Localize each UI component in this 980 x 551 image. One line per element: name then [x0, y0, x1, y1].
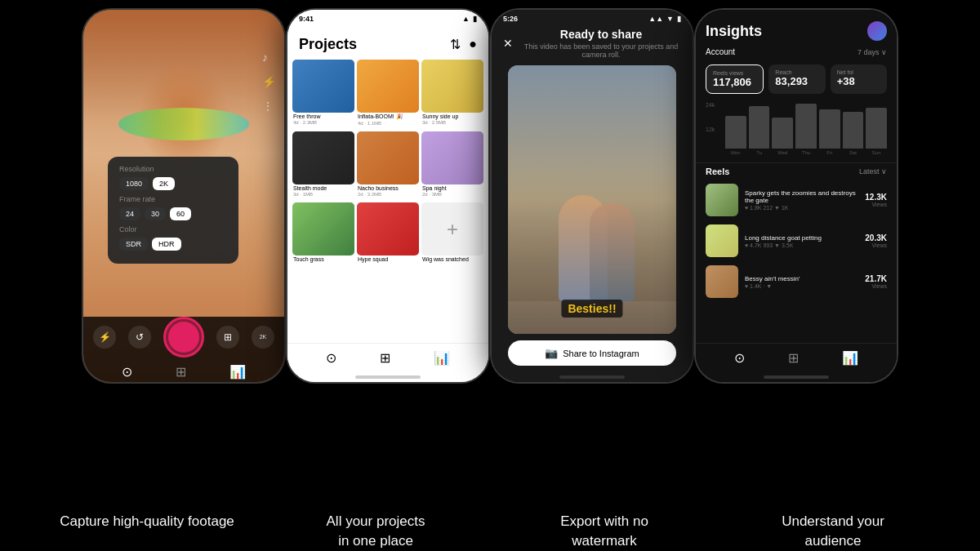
nav-record-4[interactable]: ⊙	[734, 350, 745, 366]
fr-24-btn[interactable]: 24	[119, 207, 140, 220]
stat-label-0: Reels views	[713, 70, 756, 76]
status-icons-3: ▲▲ ▼ ▮	[648, 15, 681, 23]
hdr-btn[interactable]: HDR	[152, 238, 181, 251]
project-name-2: Sunny side up	[421, 113, 483, 119]
phone2-content: 9:41 ▲ ▮ Projects ⇅ ●	[287, 10, 488, 382]
project-item-0[interactable]: Free throw 4d · 2.3MB	[292, 60, 354, 129]
phone1-frame: ♪ ⚡ ⋮ Resolution 1080 2K Frame rate 2	[82, 8, 286, 384]
nav-record-icon[interactable]: ⊙	[122, 364, 132, 380]
share-to-instagram-btn[interactable]: 📷 Share to Instagram	[508, 340, 676, 366]
reel-item-2[interactable]: Bessy ain't messin' ♥ 1.4K · ▼ 21.7K Vie…	[696, 261, 897, 302]
project-item-6[interactable]: Touch grass	[292, 202, 354, 266]
project-item-7[interactable]: Hype squad	[357, 202, 419, 266]
fr-30-btn[interactable]: 30	[145, 207, 166, 220]
home-indicator-3	[559, 375, 625, 379]
reels-sort[interactable]: Latest ∨	[859, 167, 887, 176]
nav-record-2[interactable]: ⊙	[326, 350, 336, 366]
reel-info-1: Long distance goat petting ♥ 4.7K 993 ▼ …	[745, 234, 858, 248]
res-icon[interactable]: 2K	[252, 326, 274, 349]
project-thumb-7	[357, 202, 419, 256]
phone3-wrapper: 5:26 ▲▲ ▼ ▮ ✕ Ready to share This video …	[490, 8, 694, 384]
reel-name-2: Bessy ain't messin'	[745, 275, 858, 282]
sdr-btn[interactable]: SDR	[119, 238, 148, 251]
adjust-icon[interactable]: ⋮	[262, 100, 276, 113]
phone4-wrapper: Insights Account 7 days ∨ Reels views	[694, 8, 898, 384]
project-name-8: Wig was snatched	[421, 256, 483, 262]
stat-card-1[interactable]: Reach 83,293	[768, 64, 825, 94]
signal-icon: ▲▲	[648, 15, 663, 23]
days-filter[interactable]: 7 days ∨	[858, 48, 887, 56]
chart-col-mon: Mon	[725, 116, 746, 155]
project-item-5[interactable]: Spa night 2d · 3MB	[421, 131, 483, 200]
project-name-0: Free throw	[292, 113, 354, 119]
fr-60-btn[interactable]: 60	[170, 207, 191, 220]
home-indicator-4	[764, 375, 829, 379]
project-item-3[interactable]: Stealth mode 3d · 1MB	[292, 131, 354, 200]
insights-account: Account 7 days ∨	[696, 46, 897, 61]
project-item-1[interactable]: Inflata-BOOM! 🎉 4d · 1.1MB	[357, 60, 419, 129]
reel-views-count-1: 20.3K	[865, 233, 887, 242]
reel-info-2: Bessy ain't messin' ♥ 1.4K · ▼	[745, 275, 858, 289]
reel-views-label-2: Views	[865, 283, 887, 289]
phone4-content: Insights Account 7 days ∨ Reels views	[696, 10, 897, 382]
reel-views-1: 20.3K Views	[865, 233, 887, 248]
insights-title: Insights	[706, 23, 762, 40]
profile-icon[interactable]: ●	[469, 37, 477, 52]
day-sat: Sat	[849, 150, 857, 155]
share-header: ✕ Ready to share This video has been sav…	[492, 24, 693, 65]
stat-card-0[interactable]: Reels views 117,806	[706, 64, 764, 94]
insights-avatar[interactable]	[867, 21, 887, 41]
reel-item-0[interactable]: Sparky gets the zoomies and destroys the…	[696, 180, 897, 220]
flip-icon[interactable]: ↺	[128, 326, 151, 349]
reel-name-0: Sparky gets the zoomies and destroys the…	[745, 189, 858, 204]
bar-mon	[725, 116, 746, 149]
share-figures	[508, 171, 676, 301]
chart-col-thu: Thu	[795, 104, 817, 155]
nav-grid-2[interactable]: ⊞	[380, 350, 390, 366]
phone4-frame: Insights Account 7 days ∨ Reels views	[694, 8, 898, 384]
res-1080-btn[interactable]: 1080	[119, 177, 149, 190]
res-2k-btn[interactable]: 2K	[153, 177, 175, 190]
nav-chart-4[interactable]: 📊	[842, 350, 858, 366]
reels-section-header: Reels Latest ∨	[696, 162, 897, 180]
project-thumb-8: +	[421, 202, 483, 256]
effects-icon[interactable]: ⚡	[262, 75, 276, 88]
nav-chart-2[interactable]: 📊	[434, 350, 450, 366]
chart-area: 24k 12k Mon Tu	[696, 97, 897, 162]
projects-header-icons: ⇅ ●	[450, 37, 477, 52]
share-subtitle: This video has been saved to your projec…	[521, 42, 681, 59]
reel-views-count-0: 12.3K	[865, 193, 887, 202]
reel-item-1[interactable]: Long distance goat petting ♥ 4.7K 993 ▼ …	[696, 220, 897, 261]
music-icon[interactable]: ♪	[262, 51, 276, 64]
instagram-icon: 📷	[545, 347, 558, 359]
projects-scroll[interactable]: Free throw 4d · 2.3MB Inflata-BOOM! 🎉 4d…	[287, 60, 488, 343]
chart-bars: Mon Tu Wed	[725, 102, 887, 155]
reel-thumb-2	[706, 265, 738, 298]
sort-icon[interactable]: ⇅	[450, 37, 461, 52]
project-item-2[interactable]: Sunny side up 3d · 2.5MB	[421, 60, 483, 129]
gallery-icon[interactable]: ⊞	[216, 326, 239, 349]
bar-fri	[819, 109, 840, 149]
shutter-button[interactable]	[163, 317, 204, 358]
bar-tu	[749, 106, 770, 149]
reel-views-label-0: Views	[865, 202, 887, 207]
camera-nav: ⊙ ⊞ 📊	[83, 361, 284, 383]
project-item-8[interactable]: + Wig was snatched	[421, 202, 483, 266]
nav-chart-icon[interactable]: 📊	[229, 364, 246, 380]
nav-grid-4[interactable]: ⊞	[788, 350, 799, 366]
reel-name-1: Long distance goat petting	[745, 234, 858, 242]
stat-card-2[interactable]: Net fol +38	[831, 64, 887, 94]
close-icon[interactable]: ✕	[503, 37, 513, 50]
projects-header: Projects ⇅ ●	[287, 24, 488, 60]
project-item-4[interactable]: Nacho business 2d · 3.2MB	[357, 131, 419, 200]
status-time-3: 5:26	[503, 15, 518, 23]
flash-icon[interactable]: ⚡	[93, 326, 116, 349]
bar-thu	[795, 104, 817, 149]
nav-grid-icon[interactable]: ⊞	[176, 364, 186, 380]
battery-icon-3: ▮	[677, 15, 681, 23]
descriptions-row: Capture high-quality footage All your pr…	[0, 497, 980, 551]
reel-stats-1: ♥ 4.7K 993 ▼ 3.5K	[745, 242, 858, 248]
day-sun: Sun	[872, 150, 881, 155]
reel-views-label-1: Views	[865, 242, 887, 248]
reel-thumb-1	[706, 224, 738, 257]
